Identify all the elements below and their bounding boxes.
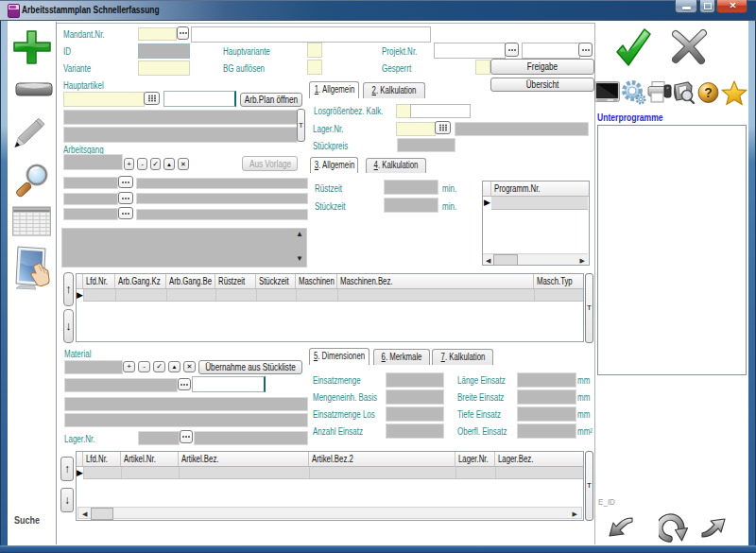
svg-text:?: ? (704, 85, 713, 100)
